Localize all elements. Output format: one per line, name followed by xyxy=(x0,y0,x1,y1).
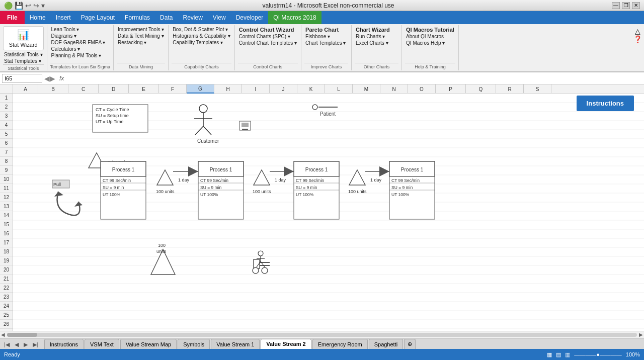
calculators-button[interactable]: Calculators ▾ xyxy=(50,46,111,52)
row-1[interactable]: 1 xyxy=(0,94,13,103)
fishbone-button[interactable]: Fishbone ▾ xyxy=(304,33,348,40)
col-S[interactable]: S xyxy=(524,84,551,94)
row-15[interactable]: 15 xyxy=(0,220,13,229)
developer-menu[interactable]: Developer xyxy=(231,11,269,24)
scrollbar-track[interactable] xyxy=(7,333,637,337)
qi-macros-menu[interactable]: QI Macros 2018 xyxy=(268,11,321,24)
sheet-view-layout[interactable]: ▤ xyxy=(556,351,561,358)
save-icon[interactable]: 💾 xyxy=(15,2,23,10)
col-D[interactable]: D xyxy=(99,84,129,94)
control-chart-wizard-button[interactable]: Control Chart Wizard xyxy=(238,26,298,33)
col-I[interactable]: I xyxy=(242,84,270,94)
file-menu[interactable]: File xyxy=(0,11,25,24)
data-menu[interactable]: Data xyxy=(155,11,178,24)
collapse-ribbon-icon[interactable]: △ xyxy=(635,27,640,35)
row-14[interactable]: 14 xyxy=(0,211,13,220)
help-icon[interactable]: ❓ xyxy=(633,35,642,43)
doe-button[interactable]: DOE GageR&R FMEA ▾ xyxy=(50,39,111,46)
qi-help-button[interactable]: QI Macros Help ▾ xyxy=(405,40,455,46)
row-11[interactable]: 11 xyxy=(0,184,13,193)
col-J[interactable]: J xyxy=(270,84,297,94)
col-E[interactable]: E xyxy=(129,84,159,94)
tab-vsm-text[interactable]: VSM Text xyxy=(85,339,119,349)
row-19[interactable]: 19 xyxy=(0,256,13,265)
formulas-menu[interactable]: Formulas xyxy=(120,11,155,24)
scrollbar-thumb[interactable] xyxy=(7,333,37,337)
scroll-right-icon[interactable]: ▶ xyxy=(639,332,643,337)
col-O[interactable]: O xyxy=(408,84,436,94)
sheet-first-icon[interactable]: |◀ xyxy=(2,340,12,349)
row-16[interactable]: 16 xyxy=(0,229,13,238)
undo-icon[interactable]: ↩ xyxy=(25,2,31,10)
row-6[interactable]: 6 xyxy=(0,139,13,148)
row-27[interactable]: 27 xyxy=(0,329,13,331)
cells-area[interactable]: Instructions CT = Cycle Time SU = Setup … xyxy=(13,94,644,331)
lean-tools-button[interactable]: Lean Tools ▾ xyxy=(50,26,111,33)
tab-value-stream-2[interactable]: Value Stream 2 xyxy=(261,339,311,349)
row-12[interactable]: 12 xyxy=(0,193,13,202)
chart-templates-button[interactable]: Chart Templates ▾ xyxy=(304,40,348,46)
sheet-last-icon[interactable]: ▶| xyxy=(31,340,40,349)
name-box[interactable] xyxy=(2,74,42,83)
row-4[interactable]: 4 xyxy=(0,121,13,130)
tab-new[interactable]: ⊕ xyxy=(404,339,416,349)
about-qi-button[interactable]: About QI Macros xyxy=(405,33,455,40)
insert-menu[interactable]: Insert xyxy=(51,11,76,24)
row-20[interactable]: 20 xyxy=(0,265,13,275)
col-H[interactable]: H xyxy=(214,84,242,94)
excel-charts-button[interactable]: Excel Charts ▾ xyxy=(355,40,398,46)
redo-icon[interactable]: ↪ xyxy=(33,2,39,10)
row-22[interactable]: 22 xyxy=(0,284,13,293)
col-C[interactable]: C xyxy=(68,84,99,94)
corner-cell[interactable] xyxy=(0,84,13,93)
col-F[interactable]: F xyxy=(159,84,187,94)
row-24[interactable]: 24 xyxy=(0,302,13,311)
tab-value-stream-1[interactable]: Value Stream 1 xyxy=(211,339,260,349)
row-7[interactable]: 7 xyxy=(0,148,13,157)
stat-wizard-button[interactable]: 📊 Stat Wizard xyxy=(3,26,44,50)
minimize-button[interactable]: — xyxy=(612,2,620,9)
close-button[interactable]: ✕ xyxy=(632,2,640,9)
row-9[interactable]: 9 xyxy=(0,166,13,175)
view-menu[interactable]: View xyxy=(208,11,231,24)
data-text-mining-button[interactable]: Data & Text Mining ▾ xyxy=(117,33,165,39)
col-Q[interactable]: Q xyxy=(466,84,496,94)
tab-spaghetti[interactable]: Spaghetti xyxy=(369,339,403,349)
restore-button[interactable]: ❐ xyxy=(622,2,630,9)
scatter-plot-button[interactable]: Box, Dot & Scatter Plot ▾ xyxy=(172,26,231,33)
row-2[interactable]: 2 xyxy=(0,103,13,112)
qi-tutorial-button[interactable]: QI Macros Tutorial xyxy=(405,26,455,33)
row-26[interactable]: 26 xyxy=(0,320,13,329)
improvement-tools-button[interactable]: Improvement Tools ▾ xyxy=(117,26,165,33)
quick-access-more[interactable]: ▾ xyxy=(41,2,45,10)
run-charts-button[interactable]: Run Charts ▾ xyxy=(355,33,398,40)
horizontal-scrollbar[interactable]: ◀ ▶ xyxy=(0,331,644,338)
histograms-button[interactable]: Histograms & Capability ▾ xyxy=(172,33,231,39)
col-P[interactable]: P xyxy=(436,84,466,94)
planning-tools-button[interactable]: Planning & PM Tools ▾ xyxy=(50,52,111,59)
pareto-chart-button[interactable]: Pareto Chart xyxy=(304,26,348,33)
row-8[interactable]: 8 xyxy=(0,157,13,166)
diagrams-button[interactable]: Diagrams ▾ xyxy=(50,33,111,39)
tab-emergency-room[interactable]: Emergency Room xyxy=(312,339,368,349)
row-13[interactable]: 13 xyxy=(0,202,13,211)
col-G[interactable]: G xyxy=(187,84,214,94)
control-chart-templates-button[interactable]: Control Chart Templates ▾ xyxy=(238,40,298,46)
tab-value-stream-map[interactable]: Value Stream Map xyxy=(120,339,177,349)
home-menu[interactable]: Home xyxy=(25,11,51,24)
tab-instructions[interactable]: Instructions xyxy=(44,339,84,349)
row-18[interactable]: 18 xyxy=(0,247,13,256)
row-3[interactable]: 3 xyxy=(0,112,13,121)
col-N[interactable]: N xyxy=(380,84,408,94)
col-R[interactable]: R xyxy=(496,84,524,94)
sheet-view-break[interactable]: ▥ xyxy=(565,351,570,358)
col-B[interactable]: B xyxy=(38,84,68,94)
row-10[interactable]: 10 xyxy=(0,175,13,184)
window-controls[interactable]: — ❐ ✕ xyxy=(612,2,640,9)
capability-templates-button[interactable]: Capability Templates ▾ xyxy=(172,39,231,46)
row-5[interactable]: 5 xyxy=(0,130,13,139)
row-21[interactable]: 21 xyxy=(0,275,13,284)
control-charts-spc-button[interactable]: Control Charts (SPC) ▾ xyxy=(238,33,298,40)
sheet-view-normal[interactable]: ▦ xyxy=(547,351,552,358)
col-L[interactable]: L xyxy=(325,84,353,94)
